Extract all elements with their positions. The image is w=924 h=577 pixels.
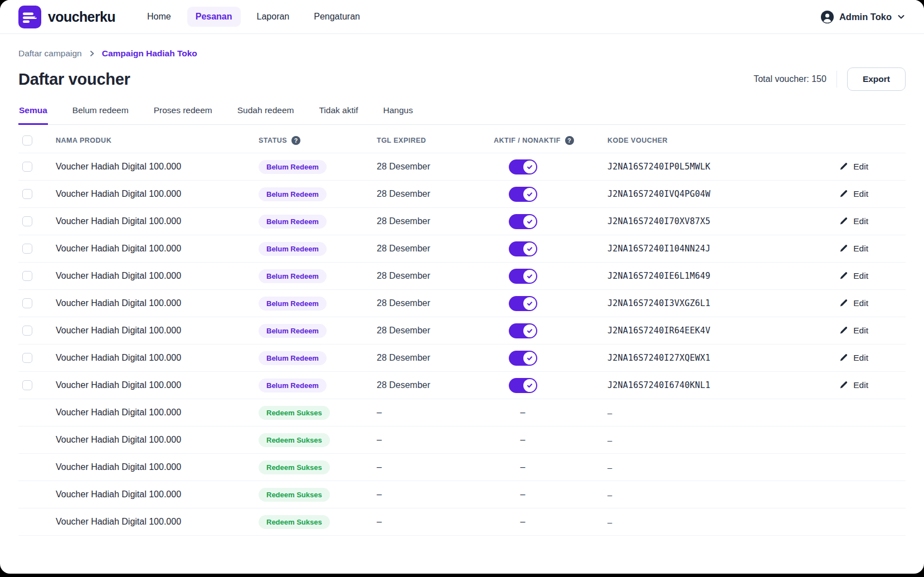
voucher-code: – <box>607 490 612 500</box>
edit-label: Edit <box>853 244 868 254</box>
tab-sudah-redeem[interactable]: Sudah redeem <box>237 105 295 125</box>
expired-date: 28 Desember <box>377 298 430 308</box>
voucher-code: J2NA16S7240I70XV87X5 <box>607 216 711 226</box>
table-row: Voucher Hadiah Digital 100.000 Belum Red… <box>18 345 906 372</box>
user-avatar-icon <box>820 10 834 24</box>
row-checkbox[interactable] <box>22 162 32 172</box>
edit-button[interactable]: Edit <box>839 380 868 390</box>
aktif-help-icon[interactable]: ? <box>565 136 574 145</box>
tab-hangus[interactable]: Hangus <box>383 105 414 125</box>
nav-item-pesanan[interactable]: Pesanan <box>187 7 241 27</box>
expired-date: 28 Desember <box>377 162 430 172</box>
product-name: Voucher Hadiah Digital 100.000 <box>56 408 181 418</box>
pencil-icon <box>839 326 848 335</box>
tab-semua[interactable]: Semua <box>18 105 48 125</box>
nav-item-laporan[interactable]: Laporan <box>249 7 298 27</box>
voucher-code: J2NA16S7240I6740KNL1 <box>607 380 711 390</box>
expired-date: 28 Desember <box>377 189 430 199</box>
product-name: Voucher Hadiah Digital 100.000 <box>56 435 181 445</box>
voucher-code: J2NA16S7240I27XQEWX1 <box>607 353 711 363</box>
status-badge: Belum Redeem <box>259 160 327 174</box>
breadcrumb-current[interactable]: Campaign Hadiah Toko <box>102 49 197 59</box>
column-header-nama-produk: NAMA PRODUK <box>56 137 259 144</box>
edit-button[interactable]: Edit <box>839 216 868 226</box>
pencil-icon <box>839 217 848 226</box>
table-row: Voucher Hadiah Digital 100.000 Belum Red… <box>18 317 906 345</box>
tab-tidak-aktif[interactable]: Tidak aktif <box>318 105 358 125</box>
status-badge: Redeem Sukses <box>259 488 330 502</box>
main-nav: HomePesananLaporanPengaturan <box>139 7 368 27</box>
table-header: NAMA PRODUK STATUS ? TGL EXPIRED AKTIF /… <box>18 128 906 153</box>
product-name: Voucher Hadiah Digital 100.000 <box>56 162 181 172</box>
row-checkbox[interactable] <box>22 216 32 226</box>
table-row: Voucher Hadiah Digital 100.000 Redeem Su… <box>18 399 906 426</box>
edit-button[interactable]: Edit <box>839 271 868 281</box>
edit-button[interactable]: Edit <box>839 353 868 363</box>
toggle-knob <box>523 297 536 310</box>
column-header-status: STATUS ? <box>259 136 377 145</box>
inactive-dash: – <box>521 435 526 445</box>
export-button[interactable]: Export <box>847 67 906 91</box>
active-toggle[interactable] <box>509 296 537 311</box>
breadcrumb-parent[interactable]: Daftar campaign <box>18 49 82 59</box>
edit-button[interactable]: Edit <box>839 189 868 199</box>
breadcrumb: Daftar campaign Campaign Hadiah Toko <box>18 49 906 59</box>
table-row: Voucher Hadiah Digital 100.000 Redeem Su… <box>18 481 906 508</box>
column-header-aktif-nonaktif: AKTIF / NONAKTIF ? <box>494 136 607 145</box>
row-checkbox[interactable] <box>22 298 32 308</box>
row-checkbox[interactable] <box>22 271 32 281</box>
edit-button[interactable]: Edit <box>839 298 868 308</box>
nav-item-home[interactable]: Home <box>139 7 179 27</box>
edit-button[interactable]: Edit <box>839 162 868 172</box>
tab-belum-redeem[interactable]: Belum redeem <box>72 105 129 125</box>
row-checkbox[interactable] <box>22 380 32 390</box>
status-help-icon[interactable]: ? <box>291 136 300 145</box>
pencil-icon <box>839 271 848 280</box>
top-navigation-bar: voucherku HomePesananLaporanPengaturan A… <box>0 0 924 34</box>
expired-date: – <box>377 408 382 418</box>
voucher-code: J2NA16S7240IVQ4PG04W <box>607 189 711 199</box>
nav-item-pengaturan[interactable]: Pengaturan <box>305 7 368 27</box>
user-menu[interactable]: Admin Toko <box>820 10 906 24</box>
table-row: Voucher Hadiah Digital 100.000 Redeem Su… <box>18 426 906 454</box>
active-toggle[interactable] <box>509 378 537 393</box>
active-toggle[interactable] <box>509 351 537 366</box>
edit-button[interactable]: Edit <box>839 244 868 254</box>
voucher-code: J2NA16S7240I104NN24J <box>607 244 711 254</box>
edit-label: Edit <box>853 271 868 281</box>
product-name: Voucher Hadiah Digital 100.000 <box>56 189 181 199</box>
expired-date: 28 Desember <box>377 353 430 363</box>
product-name: Voucher Hadiah Digital 100.000 <box>56 462 181 472</box>
row-checkbox[interactable] <box>22 353 32 363</box>
status-badge: Belum Redeem <box>259 324 327 338</box>
expired-date: – <box>377 435 382 445</box>
active-toggle[interactable] <box>509 159 537 174</box>
active-toggle[interactable] <box>509 241 537 256</box>
row-checkbox[interactable] <box>22 189 32 199</box>
row-checkbox[interactable] <box>22 326 32 336</box>
voucher-code: – <box>607 435 612 445</box>
active-toggle[interactable] <box>509 323 537 338</box>
active-toggle[interactable] <box>509 187 537 202</box>
edit-button[interactable]: Edit <box>839 326 868 336</box>
select-all-checkbox[interactable] <box>22 135 32 146</box>
app-window: voucherku HomePesananLaporanPengaturan A… <box>0 0 924 574</box>
voucher-code: J2NA16S7240I3VXGZ6L1 <box>607 298 711 308</box>
brand[interactable]: voucherku <box>18 6 115 28</box>
tab-proses-redeem[interactable]: Proses redeem <box>153 105 213 125</box>
toggle-knob <box>523 352 536 365</box>
product-name: Voucher Hadiah Digital 100.000 <box>56 216 181 226</box>
expired-date: – <box>377 489 382 500</box>
active-toggle[interactable] <box>509 214 537 229</box>
chevron-down-icon <box>897 12 906 21</box>
status-badge: Belum Redeem <box>259 269 327 283</box>
voucher-code: J2NA16S7240IE6L1M649 <box>607 271 711 281</box>
active-toggle[interactable] <box>509 269 537 284</box>
inactive-dash: – <box>521 517 526 527</box>
row-checkbox[interactable] <box>22 244 32 254</box>
voucher-code: J2NA16S7240IR64EEK4V <box>607 326 711 336</box>
product-name: Voucher Hadiah Digital 100.000 <box>56 517 181 527</box>
toggle-knob <box>523 270 536 283</box>
expired-date: – <box>377 462 382 472</box>
edit-label: Edit <box>853 353 868 363</box>
